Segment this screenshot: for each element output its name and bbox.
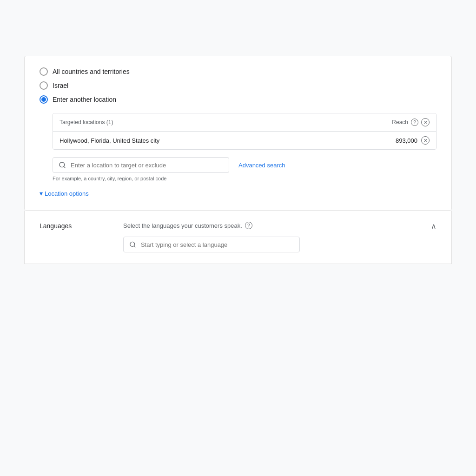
- reach-group: Reach ? ✕: [392, 118, 430, 126]
- languages-description: Select the languages your customers spea…: [123, 222, 242, 229]
- targeted-locations-label: Targeted locations (1): [60, 119, 113, 126]
- location-search-hint: For example, a country, city, region, or…: [53, 176, 436, 181]
- location-options-toggle[interactable]: ▾ Location options: [40, 190, 436, 197]
- radio-enter-another[interactable]: Enter another location: [40, 95, 436, 104]
- reach-close-icon[interactable]: ✕: [421, 118, 430, 126]
- location-search-icon: [59, 161, 66, 169]
- radio-circle-all-countries: [40, 67, 48, 76]
- language-search-input[interactable]: [141, 241, 294, 248]
- location-card: All countries and territories Israel Ent…: [24, 56, 452, 211]
- languages-collapse-icon[interactable]: ∧: [431, 222, 436, 231]
- reach-help-icon[interactable]: ?: [411, 119, 418, 126]
- radio-israel[interactable]: Israel: [40, 81, 436, 90]
- location-search-input[interactable]: [71, 162, 223, 169]
- reach-text: Reach: [392, 119, 408, 126]
- radio-label-enter-another: Enter another location: [53, 96, 116, 103]
- languages-help-icon[interactable]: ?: [245, 222, 252, 229]
- location-remove-icon[interactable]: ✕: [421, 136, 430, 145]
- location-data-row: Hollywood, Florida, United States city 8…: [53, 132, 436, 149]
- location-radio-group: All countries and territories Israel Ent…: [40, 67, 436, 104]
- location-options-label: Location options: [45, 190, 89, 197]
- advanced-search-link[interactable]: Advanced search: [238, 162, 285, 169]
- svg-line-1: [64, 166, 65, 168]
- location-name: Hollywood, Florida, United States city: [60, 137, 159, 144]
- radio-label-all-countries: All countries and territories: [53, 68, 130, 75]
- languages-header: Select the languages your customers spea…: [123, 222, 436, 237]
- reach-value-group: 893,000 ✕: [396, 136, 430, 145]
- languages-section-label: Languages: [40, 222, 72, 230]
- location-search-box: [53, 157, 229, 173]
- radio-circle-israel: [40, 81, 48, 90]
- location-search-container: Advanced search For example, a country, …: [53, 157, 436, 181]
- languages-desc-row: Select the languages your customers spea…: [123, 222, 431, 229]
- languages-card: Languages Select the languages your cust…: [24, 211, 452, 264]
- language-search-box: [123, 237, 300, 252]
- radio-all-countries[interactable]: All countries and territories: [40, 67, 436, 76]
- page-wrapper: All countries and territories Israel Ent…: [0, 56, 476, 476]
- location-header-row: Targeted locations (1) Reach ? ✕: [53, 113, 436, 132]
- languages-label-col: Languages: [40, 222, 123, 230]
- targeted-locations-panel: Targeted locations (1) Reach ? ✕ Hollywo…: [53, 113, 436, 150]
- language-search-icon: [129, 241, 136, 248]
- radio-circle-enter-another: [40, 95, 48, 104]
- location-search-row: Advanced search: [53, 157, 436, 173]
- languages-content-col: Select the languages your customers spea…: [123, 222, 436, 252]
- chevron-down-icon: ▾: [40, 190, 43, 197]
- svg-line-3: [134, 246, 135, 247]
- reach-value: 893,000: [396, 137, 417, 144]
- radio-label-israel: Israel: [53, 82, 68, 89]
